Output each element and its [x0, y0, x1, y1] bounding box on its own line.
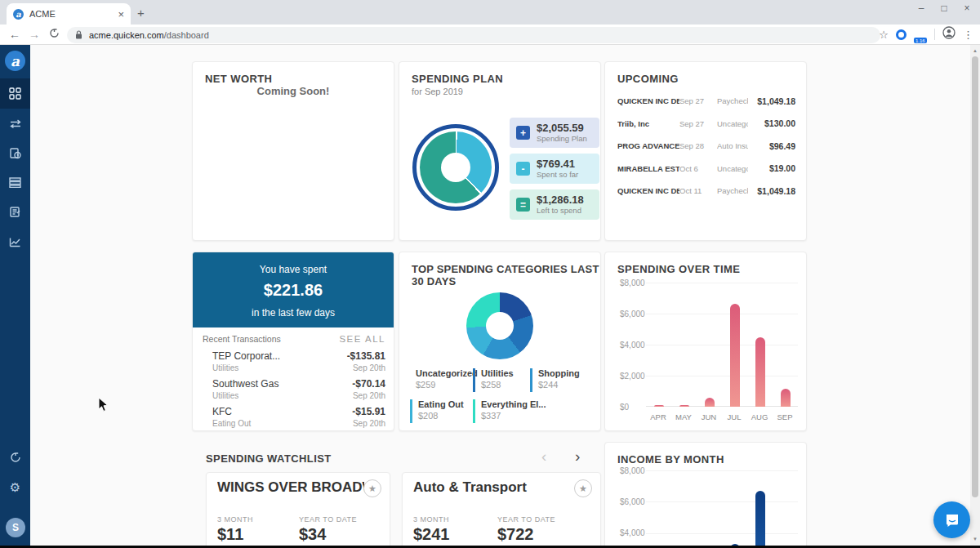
spent-suffix: in the last few days [193, 300, 394, 319]
category: Uncategorized [717, 164, 748, 173]
dashboard-grid-icon [9, 87, 21, 100]
legend-swatch [530, 368, 532, 392]
bookmark-star-icon[interactable]: ☆ [879, 29, 889, 41]
upcoming-row[interactable]: QUICKEN INC DES... Oct 11 Paycheck $1,04… [617, 180, 795, 203]
top-categories-title: TOP SPENDING CATEGORIES LAST 30 DAYS [412, 263, 600, 287]
bar-aug [755, 337, 765, 408]
net-worth-message: Coming Soon! [193, 85, 394, 97]
legend-value: $259 [416, 380, 478, 390]
upcoming-row[interactable]: MIRABELLA ESTA... Oct 6 Uncategorized $1… [617, 158, 795, 180]
left-to-spend-stat: = $1,286.18 Left to spend [510, 189, 599, 220]
browser-menu-icon[interactable]: ⋮ [963, 29, 973, 41]
spent-amount: $221.86 [193, 275, 394, 300]
chevron-right-icon[interactable]: › [575, 448, 580, 466]
sidebar-item-bills[interactable] [0, 138, 30, 168]
chat-bubble-icon [944, 512, 960, 528]
sidebar-item-reports[interactable] [0, 197, 30, 227]
watchlist-item-card[interactable]: WINGS OVER BROADW... ★ 3 MONTH YEAR TO D… [206, 472, 390, 548]
extension-badge-icon[interactable]: 1.16 [914, 29, 927, 40]
upcoming-row[interactable]: QUICKEN INC DES... Sep 27 Paycheck $1,04… [617, 90, 795, 113]
stat-label: Spent so far [537, 170, 578, 179]
chat-bubble-button[interactable] [933, 501, 970, 538]
amount: -$15.91 [352, 406, 385, 417]
browser-tab[interactable]: a ACME × [7, 3, 131, 25]
scroll-down-icon[interactable]: ▼ [970, 537, 980, 541]
x-axis-label: AUG [747, 412, 772, 421]
amount: -$70.14 [352, 378, 385, 390]
sidebar-settings-button[interactable]: ⚙ [0, 472, 30, 502]
stat-label: Left to spend [537, 206, 584, 215]
extension-badge: 1.16 [914, 38, 927, 43]
window-maximize-button[interactable]: □ [933, 2, 956, 14]
payee: Triib, Inc [617, 119, 679, 128]
transaction-row[interactable]: Southwest Gas-$70.14 UtilitiesSep 20th [212, 378, 385, 400]
net-worth-card: NET WORTH Coming Soon! [192, 61, 394, 241]
watchlist-item-name: Auto & Transport [413, 479, 560, 496]
sidebar-item-transactions[interactable] [0, 109, 30, 139]
sidebar-refresh-button[interactable] [0, 442, 30, 472]
document-icon [9, 206, 21, 218]
watchlist-item-card[interactable]: Auto & Transport ★ 3 MONTH YEAR TO DATE … [402, 472, 601, 548]
date: Oct 6 [679, 164, 717, 173]
legend-value: $337 [481, 411, 553, 421]
spending-plan-stat: + $2,055.59 Spending Plan [510, 118, 599, 148]
new-tab-button[interactable]: + [137, 6, 145, 20]
upcoming-row[interactable]: Triib, Inc Sep 27 Uncategorized $130.00 [617, 113, 795, 136]
x-axis-label: MAY [671, 412, 696, 421]
window-minimize-button[interactable]: – [910, 2, 933, 14]
sidebar-item-investments[interactable] [0, 227, 30, 257]
page-scrollbar[interactable]: ▲ ▼ [970, 45, 980, 548]
window-close-button[interactable]: × [956, 2, 978, 14]
amount: $1,049.18 [748, 96, 795, 106]
amount: $130.00 [748, 118, 795, 128]
url-text: acme.quicken.com/dashboard [89, 30, 209, 40]
period-value: $11 [217, 525, 243, 544]
back-icon[interactable]: ← [5, 28, 24, 41]
upcoming-title: UPCOMING [617, 73, 679, 85]
sidebar-item-dashboard[interactable] [0, 78, 30, 109]
watchlist-title: SPENDING WATCHLIST [206, 452, 332, 465]
mouse-cursor [98, 397, 109, 417]
star-icon[interactable]: ★ [574, 479, 592, 497]
scroll-up-icon[interactable]: ▲ [970, 48, 980, 53]
legend-label: Eating Out [418, 399, 464, 409]
tab-close-icon[interactable]: × [118, 8, 124, 20]
upcoming-card: UPCOMING QUICKEN INC DES... Sep 27 Paych… [604, 61, 807, 241]
scrollbar-thumb[interactable] [972, 56, 978, 497]
forward-icon[interactable]: → [24, 28, 44, 41]
bills-clock-icon [9, 147, 21, 159]
user-avatar[interactable]: S [6, 518, 25, 537]
minus-icon: - [516, 162, 530, 176]
payee: MIRABELLA ESTA... [617, 164, 679, 173]
bar-aug [755, 491, 765, 548]
star-icon[interactable]: ★ [363, 479, 381, 497]
transaction-row[interactable]: KFC-$15.91 Eating OutSep 20th [212, 406, 385, 428]
extension-ring-icon[interactable] [896, 29, 906, 40]
period-label: 3 MONTH [217, 515, 253, 523]
y-axis-label: $2,000 [620, 372, 645, 381]
reload-icon[interactable] [44, 28, 64, 41]
see-all-link[interactable]: SEE ALL [339, 334, 385, 344]
legend-swatch [473, 399, 475, 423]
period-label: 3 MONTH [413, 515, 449, 523]
spent-summary-card: You have spent $221.86 in the last few d… [192, 252, 394, 431]
spending-plan-card: SPENDING PLAN for Sep 2019 + $2,055.59 S… [399, 61, 601, 241]
plus-icon: + [516, 126, 530, 140]
star-glyph: ★ [368, 483, 376, 494]
transaction-row[interactable]: TEP Corporat...-$135.81 UtilitiesSep 20t… [212, 350, 385, 372]
x-axis-label: APR [646, 412, 670, 421]
date: Sep 20th [353, 363, 385, 372]
star-glyph: ★ [579, 483, 587, 494]
chevron-left-icon[interactable]: ‹ [541, 448, 546, 466]
x-axis-label: SEP [773, 412, 797, 421]
profile-icon[interactable] [942, 26, 956, 42]
amount: -$135.81 [347, 350, 385, 362]
equals-icon: = [516, 198, 530, 212]
recent-transactions-label: Recent Transactions [203, 334, 281, 344]
acme-logo[interactable]: a [5, 51, 25, 71]
sidebar-item-accounts[interactable] [0, 167, 30, 198]
top-categories-donut [466, 292, 533, 359]
upcoming-row[interactable]: PROG ADVANCED Sep 28 Auto Insuran... $96… [617, 135, 795, 158]
url-field[interactable]: acme.quicken.com/dashboard [67, 27, 880, 43]
legend-label: Shopping [538, 368, 580, 378]
